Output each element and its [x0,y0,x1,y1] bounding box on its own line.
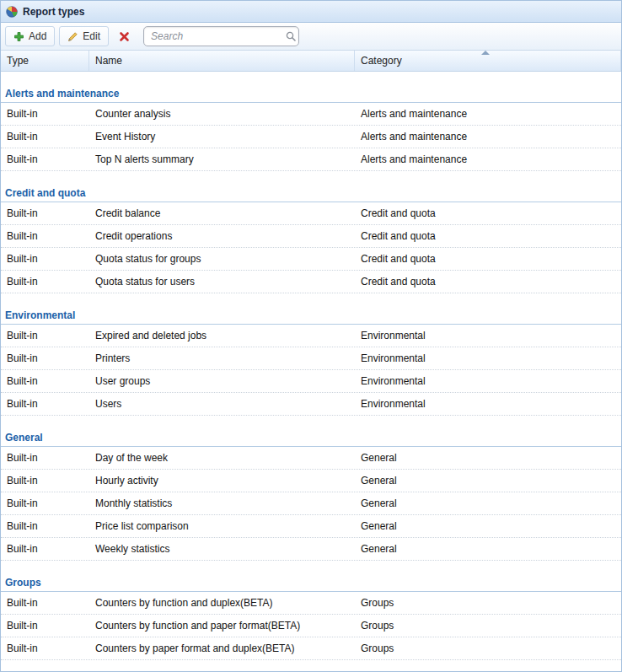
edit-button[interactable]: Edit [59,26,109,46]
cell-name: Monthly statistics [89,497,355,509]
cell-category: Alerts and maintenance [355,153,621,165]
table-row[interactable]: Built-inQuota status for usersCredit and… [1,271,621,293]
search-icon[interactable] [285,30,303,42]
sort-asc-icon [481,51,490,55]
cell-name: Quota status for users [89,276,355,288]
cell-type: Built-in [1,452,89,464]
cell-category: Environmental [355,398,621,410]
group-header[interactable]: Credit and quota [1,171,621,202]
group-header[interactable]: Groups [1,561,621,592]
table-row[interactable]: Built-inExpired and deleted jobsEnvironm… [1,325,621,347]
cell-name: Counter analysis [89,108,355,120]
cell-type: Built-in [1,131,89,142]
column-headers: Type Name Category [1,51,621,72]
group-label: Alerts and maintenance [5,88,119,99]
cell-category: Credit and quota [355,230,621,242]
table-row[interactable]: Built-inTop N alerts summaryAlerts and m… [1,148,621,171]
cell-name: Weekly statistics [89,543,355,555]
cell-category: General [355,543,621,555]
cell-type: Built-in [1,375,89,387]
cell-name: Expired and deleted jobs [89,330,355,341]
cell-type: Built-in [1,330,89,341]
group-label: Groups [5,577,41,589]
table-row[interactable]: Built-inCredit balanceCredit and quota [1,202,621,225]
cell-type: Built-in [1,497,89,509]
group-label: Credit and quota [5,187,85,199]
cell-category: Alerts and maintenance [355,131,621,142]
group-label: General [5,432,43,444]
table-row[interactable]: Built-inHourly activityGeneral [1,470,621,492]
cell-name: Quota status for groups [89,253,355,265]
cell-category: Credit and quota [355,207,621,219]
group-header[interactable]: Alerts and maintenance [1,72,621,103]
cell-category: Alerts and maintenance [355,108,621,120]
table-row[interactable]: Built-inCredit operationsCredit and quot… [1,225,621,248]
cell-name: Printers [89,352,355,364]
window-title: Report types [23,6,84,18]
table-row[interactable]: Built-inCounters by paper format and dup… [1,637,621,660]
toolbar: Add Edit [1,23,621,51]
column-header-name-label: Name [95,55,122,67]
delete-x-icon [119,31,130,42]
cell-name: Users [89,398,355,410]
cell-type: Built-in [1,620,89,632]
cell-name: Counters by function and duplex(BETA) [89,597,355,609]
table-row[interactable]: Built-inQuota status for groupsCredit an… [1,248,621,271]
column-header-type-label: Type [7,55,29,67]
cell-name: Credit operations [89,230,355,242]
cell-name: Counters by function and paper format(BE… [89,620,355,632]
cell-name: Day of the week [89,452,355,464]
delete-button[interactable] [113,26,136,46]
cell-name: User groups [89,375,355,387]
table-row[interactable]: Built-inUser groupsEnvironmental [1,370,621,393]
report-types-window: Report types Add Edit [0,0,622,672]
cell-type: Built-in [1,597,89,609]
table-row[interactable]: Built-inMonthly statisticsGeneral [1,492,621,515]
table-row[interactable]: Built-inCounter analysisAlerts and maint… [1,103,621,126]
add-button[interactable]: Add [5,26,55,46]
cell-type: Built-in [1,520,89,532]
pie-chart-icon [6,6,18,18]
table-row[interactable]: Built-inUsersEnvironmental [1,393,621,416]
search-box [143,26,299,46]
cell-name: Top N alerts summary [89,153,355,165]
cell-category: Credit and quota [355,276,621,288]
column-header-category[interactable]: Category [355,51,621,71]
cell-type: Built-in [1,108,89,120]
cell-category: Groups [355,620,621,632]
table-row[interactable]: Built-inEvent HistoryAlerts and maintena… [1,126,621,148]
table-row[interactable]: Built-inCounters by function and paper f… [1,615,621,637]
cell-type: Built-in [1,276,89,288]
table-row[interactable]: Built-inPrice list comparisonGeneral [1,515,621,538]
column-header-category-label: Category [361,55,402,67]
cell-category: Environmental [355,375,621,387]
titlebar: Report types [1,1,621,23]
group-label: Environmental [5,309,75,321]
cell-type: Built-in [1,153,89,165]
cell-category: General [355,497,621,509]
table-row[interactable]: Built-inPrintersEnvironmental [1,347,621,370]
cell-category: Environmental [355,352,621,364]
cell-category: Environmental [355,330,621,341]
cell-name: Credit balance [89,207,355,219]
table-row[interactable]: Built-inWeekly statisticsGeneral [1,538,621,561]
cell-category: General [355,520,621,532]
cell-type: Built-in [1,543,89,555]
table-row[interactable]: Built-inCounters by function and duplex(… [1,592,621,615]
table-body: Alerts and maintenanceBuilt-inCounter an… [1,72,621,660]
pencil-icon [67,31,78,42]
cell-category: General [355,475,621,487]
cell-type: Built-in [1,398,89,410]
cell-type: Built-in [1,207,89,219]
cell-type: Built-in [1,253,89,265]
cell-category: Credit and quota [355,253,621,265]
group-header[interactable]: General [1,416,621,447]
group-header[interactable]: Environmental [1,293,621,325]
cell-type: Built-in [1,352,89,364]
table-row[interactable]: Built-inDay of the weekGeneral [1,447,621,470]
cell-name: Counters by paper format and duplex(BETA… [89,642,355,654]
column-header-type[interactable]: Type [1,51,89,71]
search-input[interactable] [144,27,285,46]
cell-category: General [355,452,621,464]
column-header-name[interactable]: Name [89,51,355,71]
